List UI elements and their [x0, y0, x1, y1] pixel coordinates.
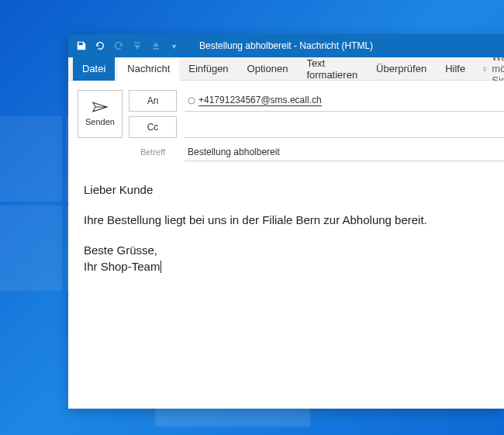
tab-ueberpruefen[interactable]: Überprüfen — [367, 57, 436, 81]
compose-window: ▾ Bestellung abholbereit - Nachricht (HT… — [68, 34, 504, 409]
save-icon[interactable] — [76, 40, 87, 51]
next-item-icon — [150, 40, 161, 51]
tab-einfuegen[interactable]: Einfügen — [179, 57, 237, 81]
to-button[interactable]: An — [129, 90, 177, 112]
ribbon-tabs: Datei Nachricht Einfügen Optionen Text f… — [68, 57, 504, 81]
subject-label: Betreff — [129, 143, 177, 161]
recipient-icon — [188, 97, 195, 105]
tab-nachricht[interactable]: Nachricht — [118, 57, 179, 81]
redo-icon — [113, 40, 124, 51]
body-greeting: Lieber Kunde — [84, 181, 488, 198]
subject-field[interactable]: Bestellung abholbereit — [185, 143, 504, 161]
to-field[interactable]: +41791234567@sms.ecall.ch — [185, 90, 504, 112]
text-cursor — [161, 261, 161, 273]
svg-point-0 — [188, 98, 195, 104]
compose-header: Senden An Cc Betreff +41791234567@sms.ec… — [68, 81, 504, 167]
cc-button[interactable]: Cc — [129, 116, 177, 138]
lightbulb-icon — [482, 64, 487, 74]
quick-access-toolbar: ▾ — [68, 40, 184, 51]
tab-text-formatieren[interactable]: Text formatieren — [297, 57, 367, 81]
previous-item-icon — [132, 40, 143, 51]
closing-line1: Beste Grüsse, — [84, 243, 157, 257]
file-tab[interactable]: Datei — [73, 57, 115, 81]
to-value: +41791234567@sms.ecall.ch — [198, 95, 322, 106]
cc-field[interactable] — [185, 116, 504, 138]
titlebar: ▾ Bestellung abholbereit - Nachricht (HT… — [68, 34, 504, 57]
message-body[interactable]: Lieber Kunde Ihre Bestellung liegt bei u… — [68, 167, 504, 409]
body-closing: Beste Grüsse, Ihr Shop-Team — [84, 242, 488, 274]
tab-hilfe[interactable]: Hilfe — [436, 57, 475, 81]
qat-customize-icon[interactable]: ▾ — [169, 42, 176, 50]
send-button[interactable]: Senden — [78, 90, 123, 138]
closing-line2: Ihr Shop-Team — [84, 260, 160, 273]
undo-icon[interactable] — [95, 40, 105, 51]
tab-optionen[interactable]: Optionen — [238, 57, 298, 81]
send-label: Senden — [85, 117, 115, 126]
send-icon — [92, 102, 108, 112]
body-paragraph: Ihre Bestellung liegt bei uns in der Fil… — [84, 212, 488, 228]
subject-value: Bestellung abholbereit — [188, 147, 280, 157]
